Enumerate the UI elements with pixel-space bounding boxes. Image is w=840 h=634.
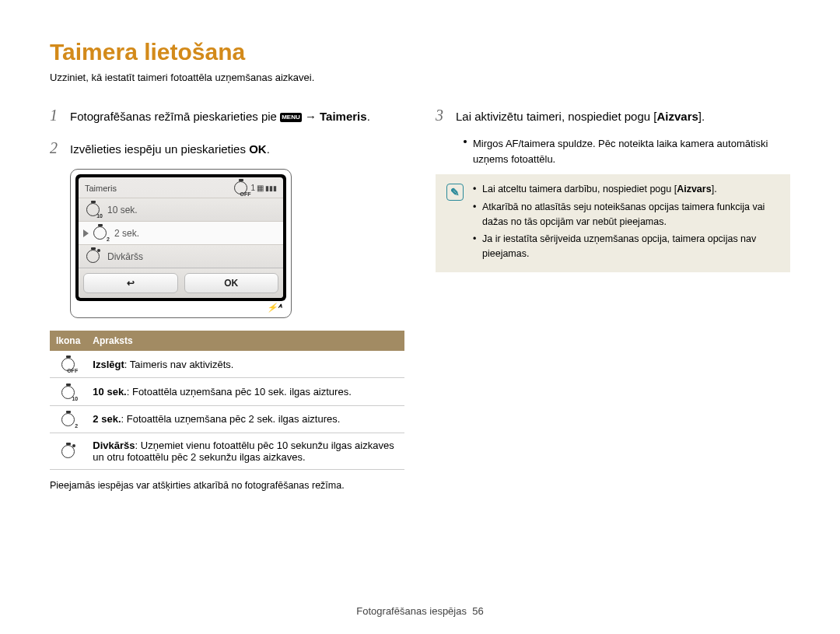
step-3-prefix: Lai aktivizētu taimeri, nospiediet pogu …: [456, 110, 656, 123]
page-title: Taimera lietošana: [50, 39, 790, 65]
step-3-sub-text: Mirgos AF/taimera spuldze. Pēc noteikta …: [473, 136, 790, 166]
row-text: : Uzņemiet vienu fotoattēlu pēc 10 sekun…: [93, 440, 394, 463]
step-3-bold: Aizvars: [656, 110, 698, 123]
note-item: Ja ir iestatīta sērijveida uzņemšanas op…: [473, 232, 779, 261]
table-row: OFF Izslēgt: Taimeris nav aktivizēts.: [50, 351, 404, 378]
row-text: : Taimeris nav aktivizēts.: [124, 359, 234, 370]
bullet-icon: [464, 140, 467, 143]
row-bold: Izslēgt: [93, 359, 124, 370]
step-1: 1 Fotografēšanas režīmā pieskarieties pi…: [50, 103, 404, 127]
screen-title: Taimeris: [85, 184, 117, 193]
arrow: →: [305, 110, 320, 123]
page-footer: Fotografēšanas iespējas 56: [0, 605, 840, 617]
note-prefix: Lai atceltu taimera darbību, nospiediet …: [482, 184, 677, 194]
counter: 1: [250, 184, 255, 192]
flash-indicator-icon: ⚡ᴬ: [75, 301, 286, 313]
timer-icon: [86, 250, 100, 263]
row-bold: 10 sek.: [93, 386, 126, 398]
device-mockup: Taimeris OFF 1 ▦ ▮▮▮ 10 10 sek.: [70, 169, 292, 318]
note-item: Atkarībā no atlasītās seju noteikšanas o…: [473, 200, 779, 229]
icon-description-table: Ikona Apraksts OFF Izslēgt: Taimeris nav…: [50, 331, 404, 470]
timer-icon: 2: [93, 226, 107, 240]
step-1-prefix: Fotografēšanas režīmā pieskarieties pie: [70, 110, 280, 123]
step-2: 2 Izvēlieties iespēju un pieskarieties O…: [50, 136, 404, 159]
th-icon: Ikona: [50, 331, 86, 351]
footer-page: 56: [472, 605, 483, 617]
device-inner: Taimeris OFF 1 ▦ ▮▮▮ 10 10 sek.: [75, 174, 286, 301]
list-item-2sek[interactable]: 2 2 sek.: [79, 221, 283, 244]
step-number: 1: [50, 103, 64, 127]
battery-icon: ▮▮▮: [265, 184, 277, 192]
page-subtitle: Uzziniet, kā iestatīt taimeri fotoattēla…: [50, 72, 790, 83]
step-number: 3: [436, 103, 450, 127]
step-3: 3 Lai aktivizētu taimeri, nospiediet pog…: [436, 103, 790, 127]
screen-footer: ↩ OK: [79, 268, 283, 298]
list-label: 2 sek.: [114, 228, 139, 239]
row-text: : Fotoattēla uzņemšana pēc 10 sek. ilgas…: [127, 386, 352, 398]
note-list: Lai atceltu taimera darbību, nospiediet …: [473, 182, 779, 264]
timer-off-icon: OFF: [61, 358, 75, 371]
back-button[interactable]: ↩: [83, 273, 178, 293]
row-bold: Divkāršs: [93, 440, 135, 451]
left-column: 1 Fotografēšanas režīmā pieskarieties pi…: [50, 103, 404, 492]
table-row: 10 10 sek.: Fotoattēla uzņemšana pēc 10 …: [50, 378, 404, 405]
th-desc: Apraksts: [86, 331, 404, 351]
note-item: Lai atceltu taimera darbību, nospiediet …: [473, 182, 779, 197]
note-bold: Aizvars: [677, 184, 711, 194]
screen-header: Taimeris OFF 1 ▦ ▮▮▮: [79, 177, 283, 198]
table-row: 2 2 sek.: Fotoattēla uzņemšana pēc 2 sek…: [50, 405, 404, 433]
step-3-sub: Mirgos AF/taimera spuldze. Pēc noteikta …: [464, 136, 790, 166]
step-number: 2: [50, 136, 64, 159]
step-3-text: Lai aktivizētu taimeri, nospiediet pogu …: [456, 108, 790, 126]
step-2-prefix: Izvēlieties iespēju un pieskarieties: [70, 142, 249, 156]
list-item-double[interactable]: Divkāršs: [79, 244, 283, 268]
timer-10-icon: 10: [61, 386, 75, 399]
step-2-text: Izvēlieties iespēju un pieskarieties OK.: [70, 141, 404, 159]
right-column: 3 Lai aktivizētu taimeri, nospiediet pog…: [436, 103, 790, 492]
note-suffix: ].: [712, 184, 717, 194]
timer-double-icon: [61, 445, 75, 458]
device-screen: Taimeris OFF 1 ▦ ▮▮▮ 10 10 sek.: [79, 177, 283, 298]
menu-icon: MENU: [280, 113, 302, 122]
sd-icon: ▦: [257, 184, 264, 192]
footnote: Pieejamās iespējas var atšķirties atkarī…: [50, 479, 404, 493]
step-1-text: Fotografēšanas režīmā pieskarieties pie …: [70, 108, 404, 126]
table-row: Divkāršs: Uzņemiet vienu fotoattēlu pēc …: [50, 433, 404, 469]
selection-caret-icon: [83, 229, 89, 237]
note-icon: ✎: [446, 184, 464, 201]
note-box: ✎ Lai atceltu taimera darbību, nospiedie…: [436, 174, 790, 272]
timer-icon: 10: [86, 203, 100, 216]
row-text: : Fotoattēla uzņemšana pēc 2 sek. ilgas …: [121, 413, 341, 425]
timer-2-icon: 2: [61, 413, 75, 426]
list-label: 10 sek.: [107, 205, 138, 215]
footer-section: Fotografēšanas iespējas: [356, 605, 467, 617]
content-columns: 1 Fotografēšanas režīmā pieskarieties pi…: [50, 103, 790, 492]
step-1-target: Taimeris: [320, 110, 367, 123]
ok-glyph: OK: [249, 142, 267, 156]
step-3-suffix: ].: [698, 110, 705, 123]
list-label: Divkāršs: [107, 251, 143, 262]
row-bold: 2 sek.: [93, 413, 121, 425]
screen-indicators: OFF 1 ▦ ▮▮▮: [234, 181, 277, 194]
timer-icon: OFF: [234, 181, 247, 194]
ok-button[interactable]: OK: [184, 273, 279, 293]
list-item-10sek[interactable]: 10 10 sek.: [79, 198, 283, 221]
